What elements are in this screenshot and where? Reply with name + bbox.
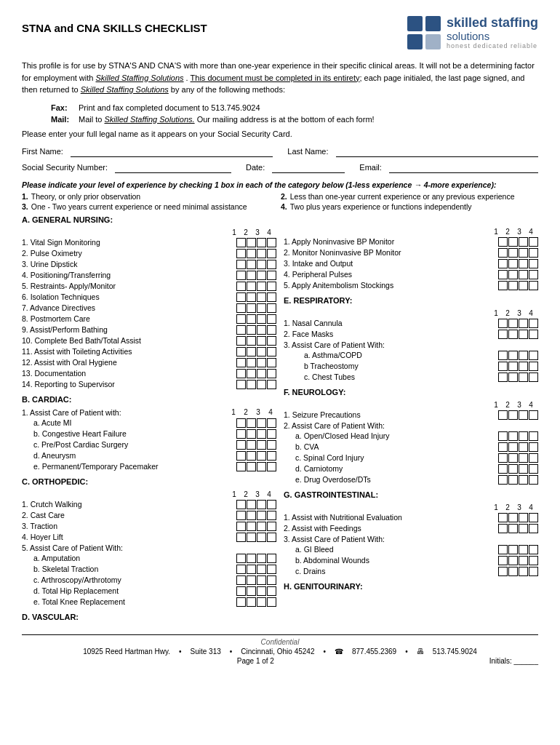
footer-phone-icon: ☎ bbox=[335, 648, 343, 656]
footer-confidential: Confidential bbox=[22, 638, 538, 646]
section-E: E. RESPIRATORY: 1 2 3 4 1. Nasal Cannula… bbox=[284, 296, 538, 382]
skill-row: a. Amputation bbox=[22, 554, 276, 563]
skill-row: 1. Assist Care of Patient with: 1 2 3 4 bbox=[22, 408, 276, 417]
skill-row: 10. Complete Bed Bath/Total Assist bbox=[22, 336, 276, 346]
skill-row: 2. Cast Care bbox=[22, 511, 276, 520]
skill-row: c. Chest Tubes bbox=[284, 372, 538, 382]
skill-row: 9. Assist/Perform Bathing bbox=[22, 325, 276, 335]
skill-row: 1. Assist with Nutritional Evaluation bbox=[284, 513, 538, 522]
skill-row: 5. Assist Care of Patient With: bbox=[22, 543, 276, 552]
skill-row: 2. Face Masks bbox=[284, 330, 538, 339]
right-column: 1 2 3 4 1. Apply Noninvasive BP Monitor … bbox=[284, 215, 538, 627]
page-title: STNA and CNA SKILLS CHECKLIST bbox=[22, 15, 207, 34]
last-name-field[interactable] bbox=[336, 146, 538, 157]
legal-name-prompt: Please enter your full legal name as it … bbox=[22, 130, 538, 138]
skill-row: 7. Advance Directives bbox=[22, 303, 276, 313]
section-E-title: E. RESPIRATORY: bbox=[284, 296, 538, 305]
skill-row: a. Acute MI bbox=[22, 418, 276, 428]
skill-row: 2. Assist Care of Patient With: bbox=[284, 421, 538, 430]
mail-row: Mail: Mail to Skilled Staffing Solutions… bbox=[51, 115, 538, 124]
instructions-title: Please indicate your level of experience… bbox=[22, 180, 538, 189]
skill-row: 5. Restraints- Apply/Monitor bbox=[22, 282, 276, 291]
section-G-col-headers: 1 2 3 4 bbox=[284, 503, 538, 511]
section-A-col-headers: 1 2 3 4 bbox=[22, 228, 276, 236]
intro-cont: . bbox=[184, 73, 191, 82]
cb1[interactable] bbox=[236, 238, 246, 247]
svg-rect-1 bbox=[425, 16, 441, 31]
skill-row: a. GI Bleed bbox=[284, 545, 538, 554]
instructions-grid: 1. Theory, or only prior observation 2. … bbox=[22, 192, 538, 211]
intro-italic-2: Skilled Staffing Solutions bbox=[81, 85, 169, 94]
footer-fax-icon: 🖷 bbox=[417, 648, 424, 656]
skill-row: 3. Intake and Output bbox=[284, 259, 538, 268]
skill-row: e. Total Knee Replacement bbox=[22, 597, 276, 607]
email-field[interactable] bbox=[389, 162, 538, 173]
checkboxes bbox=[236, 238, 276, 247]
skill-row: 3. Traction bbox=[22, 522, 276, 531]
section-A-title: A. GENERAL NURSING: bbox=[22, 215, 276, 224]
name-row: First Name: Last Name: bbox=[22, 146, 538, 157]
logo-main: skilled staffing bbox=[447, 16, 538, 31]
cb4[interactable] bbox=[267, 238, 276, 247]
section-G: G. GASTROINTESTINAL: 1 2 3 4 1. Assist w… bbox=[284, 490, 538, 576]
skill-row: 1. Vital Sign Monitoring bbox=[22, 238, 276, 247]
skill-row: b. Abdominal Wounds bbox=[284, 556, 538, 565]
skill-row: c. Spinal Cord Injury bbox=[284, 453, 538, 463]
email-label: Email: bbox=[359, 163, 382, 172]
instr-3: 3. One - Two years current experience or… bbox=[22, 202, 279, 211]
first-name-field[interactable] bbox=[71, 146, 273, 157]
section-Aright-col-headers: 1 2 3 4 bbox=[284, 228, 538, 236]
skill-row: c. Arthroscopy/Arthrotomy bbox=[22, 575, 276, 585]
skill-row: a. Asthma/COPD bbox=[284, 351, 538, 360]
footer-city: Cincinnati, Ohio 45242 bbox=[241, 648, 314, 656]
footer-page: Page 1 of 2 bbox=[237, 657, 274, 665]
section-A: A. GENERAL NURSING: 1 2 3 4 1. Vital Sig… bbox=[22, 215, 276, 389]
skill-row: c. Pre/Post Cardiac Surgery bbox=[22, 440, 276, 450]
footer-street: 10925 Reed Hartman Hwy. bbox=[83, 648, 170, 656]
section-F: F. NEUROLOGY: 1 2 3 4 1. Seizure Precaut… bbox=[284, 388, 538, 485]
ssn-field[interactable] bbox=[115, 162, 231, 173]
skill-row: b Tracheostomy bbox=[284, 362, 538, 371]
footer-dot1: • bbox=[179, 648, 182, 656]
last-name-label: Last Name: bbox=[287, 147, 328, 156]
skill-row: c. Drains bbox=[284, 567, 538, 576]
skill-row: e. Drug Overdose/DTs bbox=[284, 475, 538, 485]
skill-row: 1. Seizure Precautions bbox=[284, 410, 538, 420]
logo-text: skilled staffing solutions honest dedica… bbox=[447, 16, 538, 49]
skill-row: 1. Apply Noninvasive BP Monitor bbox=[284, 237, 538, 247]
skill-row: a. Open/Closed Head Injury bbox=[284, 431, 538, 441]
skill-row: 3. Urine Dipstick bbox=[22, 260, 276, 269]
footer-address: 10925 Reed Hartman Hwy. • Suite 313 • Ci… bbox=[22, 648, 538, 656]
skill-row: 12. Assist with Oral Hygiene bbox=[22, 358, 276, 367]
footer-fax: 513.745.9024 bbox=[433, 648, 477, 656]
footer-dot3: • bbox=[323, 648, 326, 656]
instr-4: 4. Two plus years experience or function… bbox=[281, 202, 538, 211]
section-D: D. VASCULAR: bbox=[22, 613, 276, 621]
skill-row: d. Aneurysm bbox=[22, 451, 276, 461]
intro-paragraph: This profile is for use by STNA'S AND CN… bbox=[22, 60, 538, 96]
mail-text: Mail to Skilled Staffing Solutions. Our … bbox=[79, 115, 375, 124]
logo-icon bbox=[406, 15, 442, 51]
intro-final: by any of the following methods: bbox=[169, 85, 285, 94]
skill-row: 2. Monitor Noninvasive BP Monitor bbox=[284, 248, 538, 258]
date-field[interactable] bbox=[272, 162, 345, 173]
date-label: Date: bbox=[246, 163, 265, 172]
page-header: STNA and CNA SKILLS CHECKLIST skilled st… bbox=[22, 15, 538, 51]
instructions-block: Please indicate your level of experience… bbox=[22, 180, 538, 211]
section-F-col-headers: 1 2 3 4 bbox=[284, 401, 538, 409]
section-D-title: D. VASCULAR: bbox=[22, 613, 276, 621]
skill-row: 4. Positioning/Transferring bbox=[22, 271, 276, 280]
skill-row: e. Permanent/Temporary Pacemaker bbox=[22, 462, 276, 471]
section-G-title: G. GASTROINTESTINAL: bbox=[284, 490, 538, 499]
svg-rect-2 bbox=[407, 34, 423, 49]
fax-row: Fax: Print and fax completed document to… bbox=[51, 103, 538, 112]
cb2[interactable] bbox=[247, 238, 256, 247]
skill-row: 11. Assist with Toileting Activities bbox=[22, 347, 276, 356]
ssn-row: Social Security Number: Date: Email: bbox=[22, 162, 538, 173]
skill-row: 4. Peripheral Pulses bbox=[284, 270, 538, 279]
cb3[interactable] bbox=[257, 238, 266, 247]
skill-row: 14. Reporting to Supervisor bbox=[22, 380, 276, 389]
main-content: A. GENERAL NURSING: 1 2 3 4 1. Vital Sig… bbox=[22, 215, 538, 627]
footer-dot2: • bbox=[230, 648, 233, 656]
svg-rect-3 bbox=[425, 34, 441, 49]
